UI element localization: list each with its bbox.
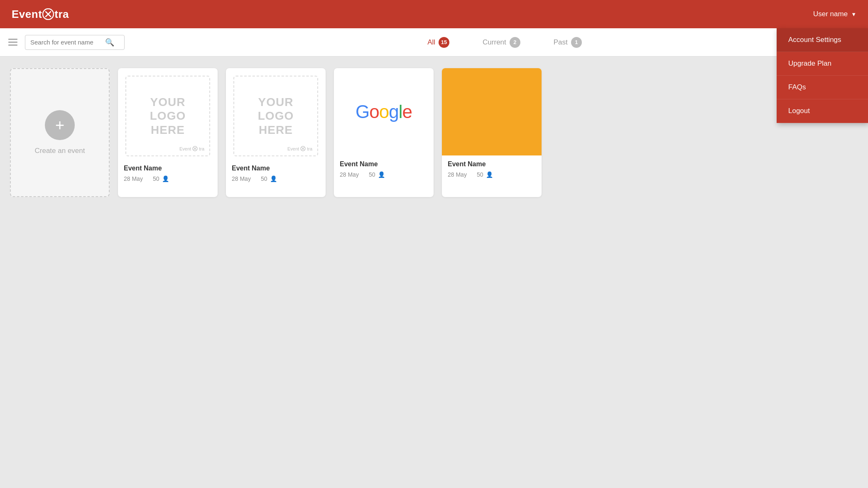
tab-all[interactable]: All 15 <box>411 37 466 48</box>
tab-past-label: Past <box>554 38 568 47</box>
event-date-2: 28 May <box>340 171 359 178</box>
search-input[interactable] <box>30 39 105 46</box>
event-name-3: Event Name <box>448 160 536 168</box>
event-card-body-2: Event Name 28 May 50 👤 <box>334 155 434 184</box>
event-card-image-3 <box>442 68 542 155</box>
event-meta-2: 28 May 50 👤 <box>340 171 428 178</box>
event-card-3[interactable]: Event Name 28 May 50 👤 <box>442 68 542 197</box>
event-card-body-1: Event Name 28 May 50 👤 <box>226 160 326 188</box>
event-card-image-1: YOURLOGOHERE Eventtra <box>233 76 318 156</box>
hamburger-menu-icon[interactable] <box>8 39 17 46</box>
logo-text-after: tra <box>54 8 69 21</box>
main-content: + Create an event YOURLOGOHERE Eventtra … <box>0 57 868 488</box>
event-meta-1: 28 May 50 👤 <box>232 175 320 182</box>
person-icon-1: 👤 <box>270 175 277 182</box>
user-name-label: User name <box>813 10 848 18</box>
event-name-0: Event Name <box>124 165 212 172</box>
chevron-down-icon: ▼ <box>851 11 856 17</box>
dropdown-item-logout[interactable]: Logout <box>777 99 868 123</box>
event-date-1: 28 May <box>232 175 251 182</box>
user-menu[interactable]: User name ▼ <box>813 10 856 18</box>
logo-text: Event <box>12 8 42 21</box>
tab-past-badge: 1 <box>571 37 582 48</box>
eventxtra-watermark-1: Eventtra <box>287 146 312 151</box>
event-attendees-1: 50 👤 <box>261 175 277 182</box>
person-icon-0: 👤 <box>162 175 169 182</box>
event-card-2[interactable]: Google Event Name 28 May 50 👤 <box>334 68 434 197</box>
tab-past[interactable]: Past 1 <box>537 37 598 48</box>
event-card-image-0: YOURLOGOHERE Eventtra <box>125 76 210 156</box>
create-event-card[interactable]: + Create an event <box>10 68 110 197</box>
event-meta-0: 28 May 50 👤 <box>124 175 212 182</box>
tab-current-label: Current <box>483 38 506 47</box>
event-card-1[interactable]: YOURLOGOHERE Eventtra Event Name 28 May … <box>226 68 326 197</box>
tab-current[interactable]: Current 2 <box>466 37 537 48</box>
dropdown-item-faqs[interactable]: FAQs <box>777 76 868 99</box>
eventxtra-watermark-0: Eventtra <box>179 146 204 151</box>
toolbar: 🔍 All 15 Current 2 Past 1 <box>0 28 868 57</box>
dropdown-item-upgrade-plan[interactable]: Upgrade Plan <box>777 52 868 76</box>
tab-all-label: All <box>427 38 435 47</box>
event-attendees-2: 50 👤 <box>369 171 385 178</box>
event-date-0: 28 May <box>124 175 143 182</box>
event-name-1: Event Name <box>232 165 320 172</box>
event-card-body-0: Event Name 28 May 50 👤 <box>118 160 218 188</box>
event-attendees-0: 50 👤 <box>153 175 169 182</box>
tab-current-badge: 2 <box>510 37 520 48</box>
person-icon-2: 👤 <box>378 171 385 178</box>
logo-x-icon <box>42 8 54 20</box>
event-card-body-3: Event Name 28 May 50 👤 <box>442 155 542 184</box>
create-event-label: Create an event <box>35 147 85 155</box>
event-attendees-3: 50 👤 <box>477 171 493 178</box>
dropdown-menu: Account Settings Upgrade Plan FAQs Logou… <box>777 28 868 123</box>
search-icon[interactable]: 🔍 <box>105 38 114 47</box>
event-card-0[interactable]: YOURLOGOHERE Eventtra Event Name 28 May … <box>118 68 218 197</box>
dropdown-item-account-settings[interactable]: Account Settings <box>777 28 868 52</box>
search-box: 🔍 <box>25 35 125 50</box>
cards-grid: + Create an event YOURLOGOHERE Eventtra … <box>10 68 858 197</box>
plus-icon: + <box>45 110 75 140</box>
tabs: All 15 Current 2 Past 1 <box>150 37 860 48</box>
event-name-2: Event Name <box>340 160 428 168</box>
logo: Event tra <box>12 8 69 21</box>
event-date-3: 28 May <box>448 171 467 178</box>
tab-all-badge: 15 <box>439 37 449 48</box>
person-icon-3: 👤 <box>486 171 493 178</box>
header: Event tra User name ▼ Account Settings U… <box>0 0 868 28</box>
google-logo: Google <box>356 101 412 122</box>
event-meta-3: 28 May 50 👤 <box>448 171 536 178</box>
